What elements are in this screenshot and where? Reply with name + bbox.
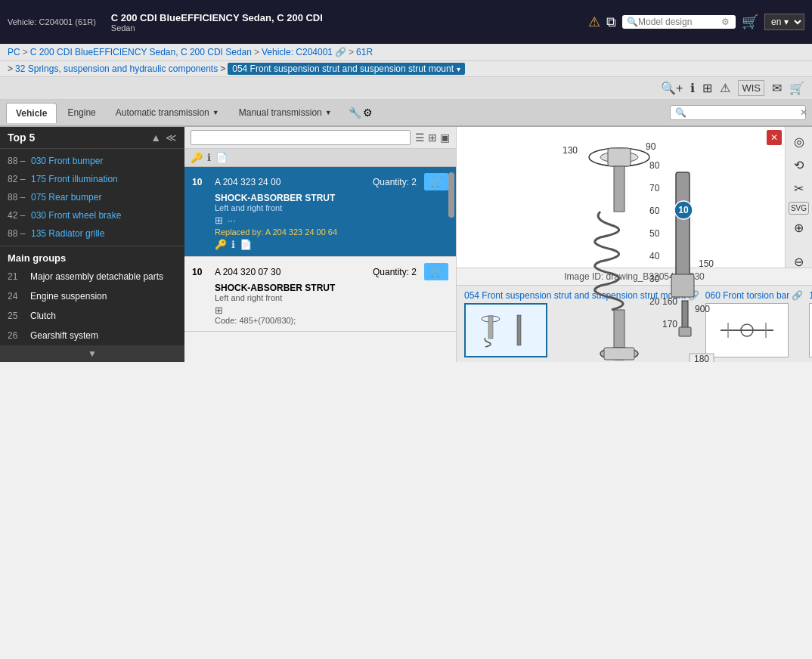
svg-rect-10	[679, 327, 691, 336]
parts-search-input[interactable]	[196, 132, 405, 143]
top5-num-4: 42 –	[8, 210, 26, 221]
part-item-2[interactable]: 10 A 204 320 07 30 Quantity: 2 🛒 SHOCK-A…	[184, 257, 456, 332]
top5-close-icon[interactable]: ≪	[166, 131, 177, 144]
top5-collapse-icon[interactable]: ▲	[150, 131, 161, 144]
group-num-21: 21	[8, 271, 24, 282]
svg-text:160: 160	[662, 296, 677, 307]
rt-history-icon[interactable]: ⟲	[791, 155, 807, 175]
tools-icon-tab[interactable]: 🔧	[349, 107, 361, 119]
cart-toolbar-icon[interactable]: 🛒	[789, 81, 804, 95]
col-doc-icon[interactable]: 📄	[215, 152, 228, 163]
view-icons: ☰ ⊞ ▣	[415, 131, 450, 144]
part-1-grid-icon[interactable]: ⊞	[215, 215, 223, 226]
warning-icon[interactable]: ⚠	[588, 14, 600, 30]
breadcrumb-61r[interactable]: 61R	[356, 47, 373, 57]
thumb-2-link-icon[interactable]: 🔗	[792, 290, 803, 301]
list-view-icon[interactable]: ☰	[415, 131, 425, 144]
svg-text:80: 80	[649, 160, 660, 171]
col-info-icon[interactable]: ℹ	[207, 152, 211, 163]
thumb-3-img[interactable]	[809, 303, 812, 357]
part-1-sub: Left and right front	[215, 203, 448, 212]
left-panel: Top 5 ▲ ≪ 88 – 030 Front bumper 82 – 175…	[0, 127, 184, 362]
model-search-input[interactable]	[638, 17, 721, 27]
part-1-pos: 10	[192, 177, 207, 187]
thumbnail-3[interactable]: 154 Rear suspension strut and suspension…	[809, 290, 812, 357]
parts-scrollbar-thumb[interactable]	[448, 172, 454, 218]
rt-zoom-out-icon[interactable]: ⊖	[791, 252, 807, 272]
wis-icon[interactable]: WIS	[738, 80, 764, 96]
svg-text:30: 30	[649, 274, 660, 284]
part-2-cart-button[interactable]: 🛒	[424, 263, 448, 280]
part-1-cart-button[interactable]: 🛒	[424, 173, 448, 190]
svg-rect-29	[488, 316, 493, 339]
top5-label-5: 135 Radiator grille	[31, 228, 104, 239]
group-label-26: Gearshift system	[30, 330, 98, 341]
model-title: C 200 CDI BlueEFFICIENCY Sedan, C 200 CD…	[111, 12, 573, 23]
group-item-21[interactable]: 21 Major assembly detachable parts	[0, 267, 184, 286]
left-scroll-down[interactable]: ▼	[0, 345, 184, 362]
svg-rect-8	[671, 274, 694, 297]
part-1-doc-icon[interactable]: 📄	[240, 239, 252, 250]
tab-manual-trans[interactable]: Manual transmission	[230, 103, 341, 122]
part-1-info-icon[interactable]: ℹ	[231, 239, 235, 250]
vehicle-id: Vehicle: C204001 (61R)	[8, 17, 96, 26]
warning-badge-icon[interactable]: ⚠	[720, 81, 730, 95]
group-num-24: 24	[8, 291, 24, 302]
top5-label-2: 175 Front illumination	[31, 174, 118, 184]
top5-item-3[interactable]: 88 – 075 Rear bumper	[0, 188, 184, 206]
col-actions: 🔑 ℹ 📄	[191, 152, 228, 163]
group-item-25[interactable]: 25 Clutch	[0, 306, 184, 326]
diagram-close-button[interactable]: ✕	[767, 130, 782, 145]
grid-view-icon[interactable]: ⊞	[428, 131, 437, 144]
tab-engine[interactable]: Engine	[58, 103, 104, 122]
zoom-in-icon[interactable]: 🔍+	[661, 81, 683, 95]
breadcrumb-springs[interactable]: 32 Springs, suspension and hydraulic com…	[15, 63, 218, 74]
page-dropdown-arrow[interactable]: ▾	[457, 65, 460, 73]
tab-vehicle[interactable]: Vehicle	[6, 103, 57, 123]
tab-auto-trans[interactable]: Automatic transmission	[107, 103, 228, 122]
col-key-icon[interactable]: 🔑	[191, 152, 203, 163]
group-label-25: Clutch	[30, 311, 56, 321]
group-item-26[interactable]: 26 Gearshift system	[0, 326, 184, 345]
tab-search-clear[interactable]: ✕	[800, 107, 807, 118]
vehicle-link-icon[interactable]: 🔗	[335, 47, 346, 57]
breadcrumb-vehicle[interactable]: Vehicle: C204001	[262, 47, 333, 57]
part-2-grid-icon[interactable]: ⊞	[215, 305, 223, 316]
svg-rect-7	[676, 172, 690, 286]
top5-item-4[interactable]: 42 – 030 Front wheel brake	[0, 206, 184, 224]
middle-panel: ☰ ⊞ ▣ 🔑 ℹ 📄 10 A 204 323 24 00 Quantity:…	[184, 127, 457, 362]
filter-icon[interactable]: ⊞	[702, 81, 712, 95]
image-view-icon[interactable]: ▣	[440, 131, 450, 144]
part-1-key-icon[interactable]: 🔑	[215, 239, 227, 250]
current-page-badge[interactable]: 054 Front suspension strut and suspensio…	[228, 63, 465, 75]
top5-controls: ▲ ≪	[150, 131, 177, 144]
cart-icon[interactable]: 🛒	[742, 14, 758, 30]
right-float-toolbar: ◎ ⟲ ✂ SVG ⊕ ⊖	[785, 127, 812, 268]
tab-auto-label: Automatic transmission	[116, 107, 209, 118]
settings-tab-icon[interactable]: ⚙	[363, 107, 373, 119]
top5-item-1[interactable]: 88 – 030 Front bumper	[0, 152, 184, 170]
diagram-svg: 10 150 160 900 170 180 130 90 80 70 60 5…	[494, 135, 744, 362]
svg-text:50: 50	[649, 228, 660, 239]
email-icon[interactable]: ✉	[772, 81, 782, 95]
tab-search-input[interactable]	[686, 107, 800, 118]
top5-num-1: 88 –	[8, 156, 26, 166]
top5-item-2[interactable]: 82 – 175 Front illumination	[0, 170, 184, 188]
breadcrumb-pc[interactable]: PC	[8, 47, 20, 57]
breadcrumb-model[interactable]: C 200 CDI BlueEFFICIENCY Sedan, C 200 CD…	[30, 47, 252, 57]
part-item-1[interactable]: 10 A 204 323 24 00 Quantity: 2 🛒 SHOCK-A…	[184, 167, 456, 257]
svg-text:170: 170	[662, 319, 677, 330]
rt-svg-icon[interactable]: SVG	[789, 202, 809, 215]
rt-scissors-icon[interactable]: ✂	[791, 178, 807, 199]
part-2-pos: 10	[192, 267, 207, 277]
rt-target-icon[interactable]: ◎	[791, 131, 807, 152]
copy-icon[interactable]: ⧉	[606, 14, 616, 30]
group-item-24[interactable]: 24 Engine suspension	[0, 286, 184, 306]
info-icon[interactable]: ℹ	[690, 81, 695, 95]
settings-icon[interactable]: ⚙	[721, 17, 730, 27]
top5-item-5[interactable]: 88 – 135 Radiator grille	[0, 224, 184, 243]
language-select[interactable]: en ▾	[764, 14, 804, 30]
tab-vehicle-label: Vehicle	[16, 108, 47, 119]
rt-zoom-in-icon[interactable]: ⊕	[791, 218, 807, 238]
group-num-26: 26	[8, 330, 24, 341]
